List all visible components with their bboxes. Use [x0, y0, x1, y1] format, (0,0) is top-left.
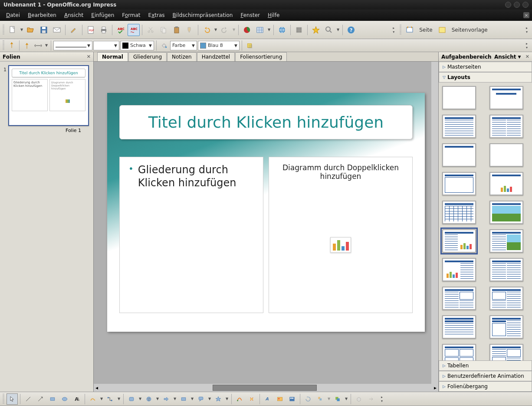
- undo-button[interactable]: [200, 24, 213, 36]
- toolbar-overflow-3[interactable]: ▸▾: [524, 42, 529, 50]
- line-tool[interactable]: [23, 393, 34, 405]
- menu-bearbeiten[interactable]: Bearbeiten: [24, 11, 60, 20]
- rotate-tool[interactable]: [302, 393, 314, 405]
- fill-button[interactable]: [159, 40, 169, 51]
- copy-button[interactable]: [158, 24, 170, 36]
- block-arrows-dropdown[interactable]: ▼: [173, 397, 177, 401]
- toolbar-overflow-2[interactable]: ▸▾: [524, 26, 529, 34]
- arrow-tool[interactable]: [35, 393, 46, 405]
- symbol-shapes[interactable]: [143, 393, 154, 405]
- layout-title-content[interactable]: [442, 115, 476, 138]
- chart-placeholder[interactable]: Diagramm durch Doppelklicken hinzufügen: [269, 157, 413, 313]
- section-layouts[interactable]: ▽Layouts: [439, 72, 532, 83]
- menu-hilfe[interactable]: Hilfe: [264, 11, 283, 20]
- line-endings[interactable]: [33, 40, 43, 51]
- vertical-scrollbar[interactable]: [431, 62, 438, 384]
- flowchart-shapes[interactable]: [178, 393, 189, 405]
- toolbar-overflow[interactable]: ▸▾: [391, 26, 396, 34]
- section-masterseiten[interactable]: ▷Masterseiten: [439, 62, 532, 72]
- layout-blank[interactable]: [442, 86, 476, 109]
- navigator-button[interactable]: [310, 24, 322, 36]
- tab-normal[interactable]: Normal: [97, 52, 128, 61]
- layout-title-chart-outline[interactable]: [442, 258, 476, 281]
- minimize-button[interactable]: [505, 2, 511, 8]
- slide-thumb-1[interactable]: Titel durch Klicken hinzufügen Gliederun…: [8, 65, 89, 126]
- menu-datei[interactable]: Datei: [3, 11, 23, 20]
- layout-title-outline-image[interactable]: [489, 229, 523, 253]
- undo-dropdown[interactable]: ▼: [213, 28, 218, 32]
- slide-label[interactable]: Seite: [417, 26, 435, 34]
- star-dropdown[interactable]: ▼: [225, 397, 229, 401]
- toolbar-grip-2[interactable]: [3, 40, 4, 51]
- layout-title-obj-2[interactable]: [442, 287, 476, 310]
- layout-title-obj-3[interactable]: [489, 287, 523, 310]
- arrow-style-2[interactable]: [22, 40, 32, 51]
- open-button[interactable]: [25, 24, 37, 36]
- connector-tool[interactable]: [105, 393, 116, 405]
- layout-title[interactable]: [489, 86, 523, 109]
- layout-title-only[interactable]: [442, 143, 476, 167]
- slide-button[interactable]: [404, 24, 416, 36]
- slide-design-button[interactable]: [436, 24, 448, 36]
- slides-panel-close[interactable]: ✕: [87, 54, 91, 59]
- symbol-shapes-dropdown[interactable]: ▼: [155, 397, 160, 401]
- callout-shapes[interactable]: [195, 393, 207, 405]
- tab-foliensortierung[interactable]: Foliensortierung: [235, 52, 287, 61]
- line-style-combo[interactable]: ▼: [53, 41, 92, 50]
- chart-button[interactable]: [241, 24, 253, 36]
- from-file-tool[interactable]: [274, 393, 286, 405]
- zoom-dropdown[interactable]: ▼: [336, 28, 340, 32]
- table-button[interactable]: [254, 24, 266, 36]
- curve-dropdown[interactable]: ▼: [99, 397, 104, 401]
- rect-tool[interactable]: [47, 393, 58, 405]
- redo-dropdown[interactable]: ▼: [232, 28, 236, 32]
- layout-2row[interactable]: [442, 315, 476, 339]
- section-transition[interactable]: ▷Folienübergang: [439, 381, 532, 392]
- task-view-dropdown[interactable]: Ansicht: [494, 54, 516, 60]
- email-button[interactable]: [51, 24, 63, 36]
- fill-color-combo[interactable]: Blau 8▼: [198, 41, 240, 50]
- section-animation[interactable]: ▷Benutzerdefinierte Animation: [439, 371, 532, 381]
- line-endings-dropdown[interactable]: ▼: [44, 43, 49, 47]
- menu-ansicht[interactable]: Ansicht: [61, 11, 87, 20]
- arrange-tool[interactable]: [332, 393, 343, 405]
- arrange-dropdown[interactable]: ▼: [344, 397, 348, 401]
- cut-button[interactable]: [144, 24, 157, 36]
- redo-button[interactable]: [219, 24, 231, 36]
- drawing-overflow[interactable]: ▸▾: [379, 395, 384, 403]
- select-tool[interactable]: [7, 393, 18, 405]
- horizontal-scrollbar[interactable]: ◂ ▸: [94, 384, 438, 392]
- tab-handzettel[interactable]: Handzettel: [197, 52, 235, 61]
- slide-design-label[interactable]: Seitenvorlage: [449, 26, 490, 34]
- block-arrows[interactable]: [161, 393, 172, 405]
- callout-dropdown[interactable]: ▼: [207, 397, 212, 401]
- grid-button[interactable]: [293, 24, 305, 36]
- fill-type-combo[interactable]: Farbe▼: [170, 41, 197, 50]
- title-placeholder[interactable]: Titel durch Klicken hinzufügen: [119, 105, 413, 139]
- zoom-button[interactable]: [323, 24, 335, 36]
- current-slide[interactable]: Titel durch Klicken hinzufügen • Glieder…: [107, 93, 425, 332]
- slide-editor[interactable]: Titel durch Klicken hinzufügen • Glieder…: [94, 62, 438, 384]
- menu-format[interactable]: Format: [118, 11, 144, 20]
- points-tool[interactable]: [234, 393, 245, 405]
- pdf-button[interactable]: PDF: [85, 24, 97, 36]
- paste-button[interactable]: [171, 24, 183, 36]
- print-button[interactable]: [98, 24, 110, 36]
- layout-2row-b[interactable]: [489, 315, 523, 339]
- task-pane-close[interactable]: ✕: [525, 54, 529, 59]
- menu-einfuegen[interactable]: Einfügen: [88, 11, 118, 20]
- arrow-style-1[interactable]: [7, 40, 17, 51]
- layout-4b[interactable]: [489, 344, 523, 360]
- align-tool[interactable]: [315, 393, 326, 405]
- layout-4[interactable]: [442, 344, 476, 360]
- new-button[interactable]: [7, 24, 19, 36]
- fontwork-tool[interactable]: A: [262, 393, 273, 405]
- layout-title-2content[interactable]: [489, 115, 523, 138]
- save-button[interactable]: [38, 24, 50, 36]
- format-paintbrush-button[interactable]: [184, 24, 196, 36]
- section-tabellen[interactable]: ▷Tabellen: [439, 360, 532, 371]
- toolbar-grip[interactable]: [3, 25, 4, 35]
- new-dropdown[interactable]: ▼: [20, 28, 24, 32]
- line-width-combo[interactable]: ▼: [93, 41, 119, 50]
- tab-notizen[interactable]: Notizen: [167, 52, 197, 61]
